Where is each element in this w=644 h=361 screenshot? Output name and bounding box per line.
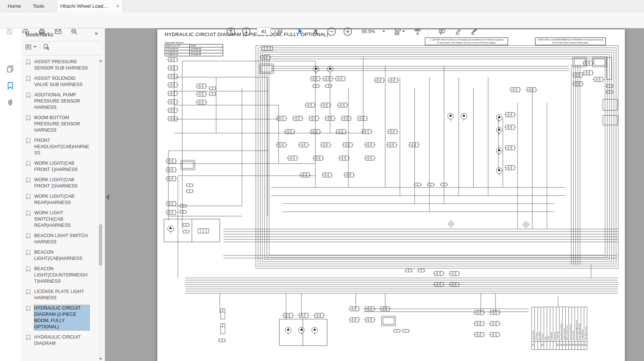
- table-caption: Applicable Machine: [165, 42, 223, 44]
- bookmark-item[interactable]: FRONT HEADLIGHT(CAB)HARNESS: [26, 137, 98, 156]
- bookmark-item[interactable]: ADDITIONAL PUMP PRESSURE SENSOR HARNESS: [26, 92, 98, 111]
- tab-close-icon[interactable]: ×: [116, 3, 119, 9]
- bookmark-item[interactable]: ASSIST PRESSURE SENSOR SUB HARNESS: [26, 59, 98, 71]
- fit-width-icon: [394, 28, 402, 36]
- bookmark-label: BEACON LIGHT(CAB)HARNESS: [34, 249, 89, 262]
- bookmark-icon: [26, 305, 31, 311]
- collapse-panel-button[interactable]: [106, 194, 109, 200]
- sign-pen-icon: [470, 28, 478, 36]
- bookmark-item[interactable]: BEACON LIGHT(COUNTERWEIGHT)HARNESS: [26, 266, 98, 285]
- bookmark-icon: [26, 161, 31, 167]
- zoom-in-button[interactable]: [342, 26, 354, 37]
- bookmark-label: HYDRAULIC CIRCUIT DIAGRAM (2-PIECE BOOM,…: [34, 305, 89, 330]
- sign-button[interactable]: [468, 26, 480, 37]
- legend-column-label: Hose Rupture Valve: [585, 326, 587, 340]
- legend-column-label: F-S/B H-S/N: [557, 332, 559, 340]
- scroll-mode-button[interactable]: [412, 26, 423, 37]
- legend-column-label: Boom Attachment Piping: [560, 323, 562, 340]
- zoom-level-value[interactable]: 35.5%: [359, 29, 378, 34]
- bookmark-label: WORK LIGHT(CAB FRONT 2)HARNESS: [34, 177, 89, 189]
- previous-page-button[interactable]: [225, 26, 237, 37]
- options-caret-icon: [33, 46, 36, 48]
- pdf-page: HYDRAULIC CIRCUIT DIAGRAM (2-PIECE BOOM,…: [157, 29, 625, 361]
- bookmarks-panel-button[interactable]: [6, 81, 15, 90]
- bookmark-item-selected[interactable]: HYDRAULIC CIRCUIT DIAGRAM (2-PIECE BOOM,…: [26, 305, 98, 330]
- legend-column-label: H-S/N: [548, 336, 550, 340]
- bookmark-icon: [26, 210, 31, 216]
- search-icon: [71, 28, 78, 35]
- bookmark-label: BEACON LIGHT SWITCH HARNESS: [34, 233, 89, 245]
- save-button[interactable]: [4, 26, 15, 37]
- bookmark-icon: [26, 266, 31, 272]
- table-header-cell: Attach to vol. No.: [165, 44, 190, 47]
- bookmark-icon: [26, 115, 31, 121]
- bookmark-label: ADDITIONAL PUMP PRESSURE SENSOR HARNESS: [34, 92, 89, 111]
- bookmark-icon: [26, 289, 31, 295]
- find-current-bookmark-button[interactable]: [43, 43, 50, 51]
- note-line: NOTE: Refer to the PERFORMANCE STANDARD …: [537, 38, 604, 41]
- zoom-out-button[interactable]: [326, 26, 337, 37]
- note-line: for the relief valve pressure setting va…: [537, 41, 604, 44]
- bookmark-item[interactable]: LICENSE PLATE LIGHT HARNESS: [26, 289, 98, 301]
- panel-divider: [24, 41, 101, 42]
- bookmark-item[interactable]: WORK LIGHT SWITCH(CAB REAR)HARNESS: [26, 210, 98, 229]
- tab-home[interactable]: Home: [3, 0, 26, 12]
- table-cell: ZX170W-5B: [190, 50, 223, 53]
- print-button[interactable]: [36, 26, 48, 37]
- bookmark-label: WORK LIGHT(CAB FRONT 1)HARNESS: [34, 160, 89, 173]
- bookmark-item[interactable]: HYDRAULIC CIRCUIT DIAGRAM: [26, 334, 98, 347]
- legend-column-label: F-S/B H-BL: [551, 332, 552, 340]
- page-down-icon: [242, 27, 251, 36]
- highlight-button[interactable]: [452, 26, 464, 37]
- bookmark-label: ASSIST SOLENOID VALVE SUB HARNESS: [34, 75, 89, 88]
- share-button[interactable]: [20, 26, 32, 37]
- fit-dropdown-caret-icon[interactable]: [402, 31, 405, 32]
- next-page-button[interactable]: [240, 26, 252, 37]
- table-cell: ZX140W-5B: [190, 47, 223, 50]
- print-icon: [38, 28, 46, 35]
- bookmark-item[interactable]: WORK LIGHT(CAB FRONT 1)HARNESS: [26, 160, 98, 173]
- legend-column-label: Mono Boom: [539, 332, 540, 340]
- bookmark-item[interactable]: BEACON LIGHT(CAB)HARNESS: [26, 249, 98, 262]
- bookmark-item[interactable]: ASSIST SOLENOID VALVE SUB HARNESS: [26, 75, 98, 88]
- email-button[interactable]: [52, 26, 64, 37]
- bookmark-item[interactable]: BOOM BOTTOM PRESSURE SENSOR HARNESS: [26, 115, 98, 133]
- table-cell: TTLAA-EN-00: [165, 47, 190, 50]
- zoom-dropdown-caret-icon[interactable]: [382, 31, 385, 32]
- page-total-label: / 44: [275, 29, 283, 34]
- comment-button[interactable]: [436, 26, 448, 37]
- hand-tool-button[interactable]: [310, 26, 322, 37]
- scrollbar-thumb[interactable]: [99, 224, 102, 265]
- page-thumbnails-icon: [6, 65, 14, 73]
- scrollbar-down-icon[interactable]: [99, 358, 102, 360]
- panel-scrollbar[interactable]: [99, 59, 103, 361]
- bookmark-item[interactable]: WORK LIGHT(CAB FRONT 2)HARNESS: [26, 177, 98, 189]
- bookmark-options-button[interactable]: [25, 43, 36, 50]
- bookmark-item[interactable]: BEACON LIGHT SWITCH HARNESS: [26, 233, 98, 245]
- side-rail: [0, 28, 21, 361]
- legend-column-label: F-BL H-S/N: [554, 332, 556, 340]
- bookmarks-list: ASSIST PRESSURE SENSOR SUB HARNESS ASSIS…: [26, 59, 98, 361]
- tab-tools-label: Tools: [33, 3, 44, 9]
- tab-tools[interactable]: Tools: [28, 0, 49, 12]
- table-cell: TTLBA-EN-00: [165, 50, 190, 53]
- scrollbar-up-icon[interactable]: [99, 60, 102, 62]
- close-panel-icon[interactable]: ×: [93, 30, 100, 37]
- bookmark-icon: [26, 76, 31, 82]
- page-thumbnails-button[interactable]: [6, 64, 15, 74]
- bookmarks-icon: [6, 82, 14, 90]
- main-toolbar: / 44 35.5%: [0, 12, 644, 28]
- page-number-input[interactable]: [257, 27, 271, 35]
- select-tool-button[interactable]: [295, 26, 307, 37]
- caution-line: To order parts on the drawing, be sure t…: [426, 41, 507, 44]
- toolbar-divider: [428, 26, 428, 36]
- bookmark-item[interactable]: WORK LIGHT(CAB REAR)HARNESS: [26, 193, 98, 206]
- bookmark-icon: [26, 92, 31, 98]
- search-button[interactable]: [68, 26, 80, 37]
- legend-column-label: H-BL: [545, 336, 547, 340]
- tab-document[interactable]: Hitachi Wheel Load... ×: [56, 0, 123, 12]
- caution-note: ⚠ CAUTION: Parts numbers on the drawing …: [425, 37, 508, 45]
- bookmark-label: LICENSE PLATE LIGHT HARNESS: [34, 289, 89, 301]
- bookmark-label: BEACON LIGHT(COUNTERWEIGHT)HARNESS: [34, 266, 89, 285]
- attachments-button[interactable]: [6, 98, 15, 107]
